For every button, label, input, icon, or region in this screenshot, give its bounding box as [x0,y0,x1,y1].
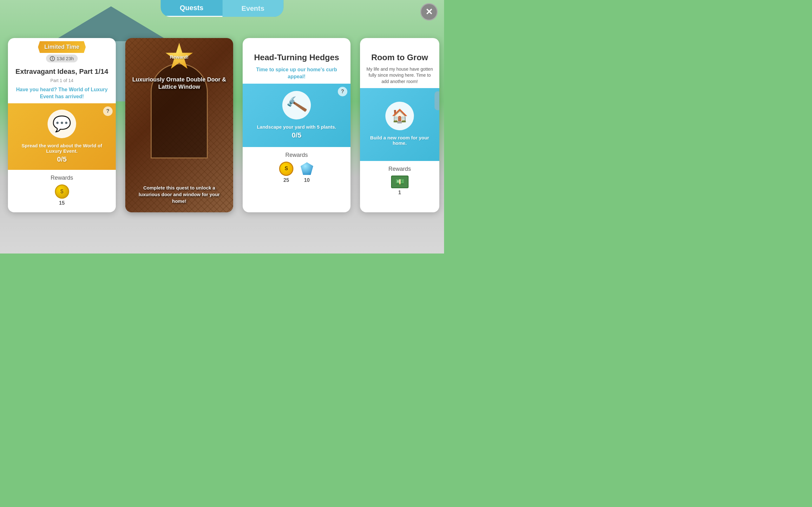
rewards-section-room: Rewards 💵 1 [360,161,439,200]
quest-action-text-room: Build a new room for your home. [366,135,433,146]
quest-action-area-1: ? 💬 Spread the word about the World of L… [8,103,116,170]
card-title-hedges: Head-Turning Hedges [243,48,351,65]
reward-items-hedges: S 25 10 [249,162,344,183]
quest-progress-1: 0/5 [57,155,67,164]
reward-item-money: 💵 1 [391,176,409,195]
rewards-label-room: Rewards [366,166,433,172]
timer-info-icon: ℹ [50,56,55,61]
house-room-icon: 🏠 [392,108,408,124]
reward-door-image: Reward! Luxuriously Ornate Double Door &… [125,38,233,212]
reward-count-money: 1 [398,190,401,195]
quest-icon-chat: 💬 [48,110,76,138]
coin-icon: $ [55,184,69,199]
reward-item-simoleon: S 25 [279,162,293,183]
tab-events[interactable]: Events [222,0,283,17]
rewards-label-1: Rewards [14,175,109,181]
rewards-section-hedges: Rewards S 25 10 [243,147,351,188]
quest-progress-hedges: 0/5 [292,131,302,139]
reward-count-gem: 10 [304,177,310,183]
card-head-turning-hedges: Head-Turning Hedges Time to spice up our… [243,38,351,212]
reward-description: Complete this quest to unlock a luxuriou… [139,185,220,204]
reward-badge-text: Reward! [170,54,189,60]
money-icon: 💵 [391,176,409,188]
card-timer: 13d 23h [56,56,73,61]
card-reward-overlay: Reward! Luxuriously Ornate Double Door &… [125,38,233,212]
card-title-room: Room to Grow [360,48,439,65]
rewards-label-hedges: Rewards [249,152,344,158]
top-navigation: Quests Events [161,0,284,17]
rewards-section-1: Rewards $ 15 [8,170,116,211]
card-title-extravagant: Extravagant Ideas, Part 1/14 [8,64,116,78]
card-desc-room: My life and my house have gotten fully s… [360,65,439,88]
scroll-hint [435,91,439,110]
card-subtitle-extravagant: Part 1 of 14 [8,78,116,84]
reward-item-name: Luxuriously Ornate Double Door & Lattice… [132,76,226,90]
quest-action-text-1: Spread the word about the World of Luxur… [14,143,109,154]
reward-count-simoleon: 25 [284,177,289,183]
reward-items-1: $ 15 [14,184,109,206]
card-desc-extravagant: Have you heard? The World of Luxury Even… [8,84,116,104]
quest-action-text-hedges: Landscape your yard with 5 plants. [257,124,336,130]
help-button-hedges[interactable]: ? [338,87,347,96]
cards-container: Limited Time ℹ 13d 23h Extravagant Ideas… [0,38,444,212]
help-button-1[interactable]: ? [103,107,113,116]
quest-icon-house: 🏠 [386,102,414,130]
gem-icon [300,162,314,176]
card-desc-hedges: Time to spice up our home's curb appeal! [243,65,351,83]
quest-icon-tools: 🔨 [282,91,311,119]
card-room-to-grow: Room to Grow My life and my house have g… [360,38,439,212]
tab-quests[interactable]: Quests [161,0,223,17]
reward-count-coin: 15 [59,200,65,206]
quest-action-area-room: 🏠 Build a new room for your home. [360,88,439,161]
close-button[interactable]: ✕ [420,3,438,20]
reward-item-gem: 10 [300,162,314,183]
chat-bubbles-icon: 💬 [52,115,71,133]
quest-action-area-hedges: ? 🔨 Landscape your yard with 5 plants. 0… [243,83,351,147]
card-extravagant-ideas: Limited Time ℹ 13d 23h Extravagant Ideas… [8,38,116,212]
limited-time-label: Limited Time [44,44,80,50]
tools-icon: 🔨 [285,94,309,117]
simoleon-icon: S [279,162,293,176]
reward-item-coin: $ 15 [55,184,69,206]
reward-items-room: 💵 1 [366,176,433,195]
